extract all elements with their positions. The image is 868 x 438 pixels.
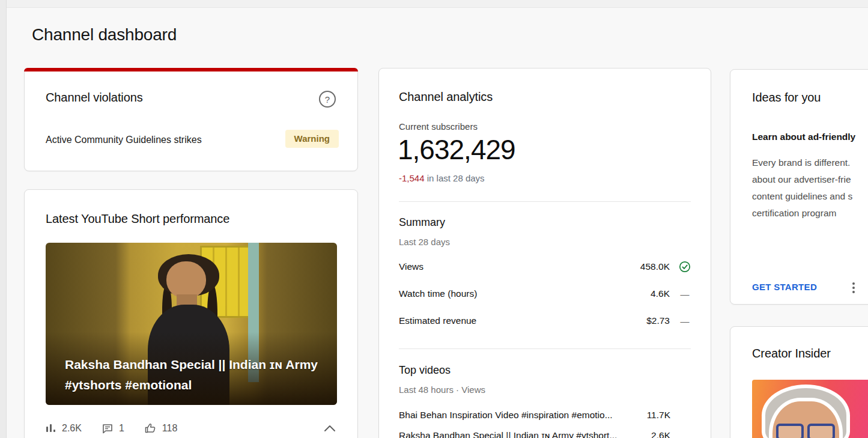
- short-video-title-overlay: Raksha Bandhan Special || Indian ɪɴ Army…: [65, 354, 318, 395]
- creator-insider-card: Creator Insider S NO: [730, 326, 868, 438]
- subscribers-count: 1,632,429: [398, 133, 515, 166]
- summary-row-value: 458.0K: [616, 261, 670, 272]
- analytics-bars-icon: [46, 424, 56, 433]
- thumbnail-text-decor: S NO: [864, 380, 868, 438]
- summary-row-label: Watch time (hours): [399, 288, 616, 299]
- violations-card-title: Channel violations: [46, 91, 143, 105]
- divider: [399, 348, 691, 349]
- summary-period: Last 28 days: [399, 237, 450, 247]
- strikes-row-label: Active Community Guidelines strikes: [46, 135, 202, 145]
- summary-row-revenue: Estimated revenue $2.73 —: [399, 314, 691, 328]
- idea-body-line: Every brand is different.: [752, 157, 850, 168]
- top-video-row[interactable]: Raksha Bandhan Special || Indian ɪɴ Army…: [399, 429, 691, 438]
- current-subscribers-label: Current subscribers: [399, 121, 478, 132]
- creator-insider-title: Creator Insider: [752, 347, 831, 360]
- channel-analytics-card[interactable]: Channel analytics Current subscribers 1,…: [378, 68, 711, 438]
- summary-heading: Summary: [399, 216, 445, 229]
- violation-accent-bar: [24, 68, 358, 71]
- short-title-line1: Raksha Bandhan Special || Indian ɪɴ Army: [65, 354, 318, 375]
- chevron-up-icon: [323, 424, 336, 433]
- ideas-card-title: Ideas for you: [752, 91, 821, 105]
- summary-row-value: 4.6K: [616, 288, 670, 299]
- top-video-views: 2.6K: [651, 430, 670, 438]
- top-video-views: 11.7K: [647, 410, 670, 421]
- left-edge-strip: [0, 0, 7, 438]
- top-videos-period: Last 48 hours · Views: [399, 385, 485, 395]
- idea-body-line: certification program: [752, 208, 836, 219]
- short-title-line2: #ytshorts #emotional: [65, 375, 318, 395]
- get-started-link[interactable]: GET STARTED: [752, 282, 817, 292]
- kebab-menu-icon[interactable]: [848, 281, 860, 294]
- idea-item-heading: Learn about ad-friendly: [752, 132, 855, 142]
- latest-short-performance-card: Latest YouTube Short performance Raksha …: [24, 189, 358, 438]
- delta-period: in last 28 days: [425, 173, 485, 183]
- analytics-card-title: Channel analytics: [399, 90, 493, 104]
- thumbs-up-icon: [145, 423, 156, 434]
- summary-row-watch-time: Watch time (hours) 4.6K —: [399, 287, 691, 301]
- short-likes-count: 118: [162, 423, 178, 434]
- top-edge-strip: [0, 0, 868, 8]
- idea-body-line: content guidelines and s: [752, 191, 852, 202]
- dash-icon: —: [679, 316, 691, 326]
- dash-icon: —: [679, 289, 691, 299]
- channel-violations-card: Channel violations ? Active Community Gu…: [24, 68, 358, 171]
- warning-status-badge[interactable]: Warning: [285, 130, 339, 148]
- comments-stat[interactable]: 1: [102, 423, 124, 434]
- divider: [399, 201, 691, 202]
- summary-row-views: Views 458.0K: [399, 260, 691, 274]
- collapse-card-button[interactable]: [323, 424, 336, 433]
- top-videos-heading: Top videos: [399, 364, 451, 377]
- short-video-thumbnail[interactable]: Raksha Bandhan Special || Indian ɪɴ Army…: [46, 243, 337, 405]
- summary-row-value: $2.73: [616, 315, 670, 326]
- glasses-decor: [776, 424, 835, 438]
- ideas-for-you-card: Ideas for you Learn about ad-friendly Ev…: [730, 69, 868, 305]
- top-video-title: Bhai Behan Inspiration Video #inspiratio…: [399, 410, 640, 421]
- top-video-title: Raksha Bandhan Special || Indian ɪɴ Army…: [399, 430, 644, 438]
- summary-row-label: Views: [399, 261, 616, 272]
- likes-stat[interactable]: 118: [145, 423, 178, 434]
- short-stats-row: 2.6K 1 118: [46, 421, 336, 436]
- views-stat[interactable]: 2.6K: [46, 423, 82, 434]
- top-video-row[interactable]: Bhai Behan Inspiration Video #inspiratio…: [399, 409, 691, 422]
- page-title: Channel dashboard: [32, 25, 177, 44]
- delta-value: -1,544: [399, 173, 425, 183]
- short-views-count: 2.6K: [62, 423, 82, 434]
- comment-icon: [102, 424, 113, 434]
- summary-row-label: Estimated revenue: [399, 315, 616, 326]
- help-icon[interactable]: ?: [319, 91, 336, 108]
- channel-dashboard-page: Channel dashboard Channel violations ? A…: [0, 0, 868, 438]
- subscribers-delta: -1,544 in last 28 days: [399, 173, 485, 183]
- short-comments-count: 1: [119, 423, 124, 434]
- short-card-title: Latest YouTube Short performance: [46, 212, 229, 226]
- creator-insider-thumbnail[interactable]: S NO: [752, 380, 868, 438]
- idea-body-line: about our advertiser-frie: [752, 174, 851, 185]
- check-circle-icon: [679, 261, 691, 273]
